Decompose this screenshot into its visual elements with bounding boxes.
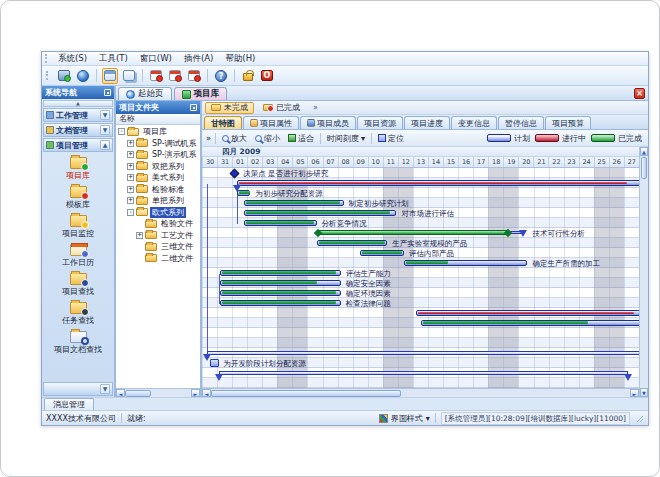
task-bar[interactable] bbox=[244, 210, 396, 216]
task-bar[interactable] bbox=[421, 320, 640, 326]
interface-style-button[interactable]: 界面样式 ▾ bbox=[379, 413, 430, 424]
chevron-down-icon[interactable]: ▼ bbox=[100, 110, 110, 120]
locate-button[interactable]: 定位 bbox=[376, 132, 406, 145]
sidebar-item-1[interactable]: 模板库 bbox=[42, 184, 114, 213]
tree-node-7[interactable]: -欧式系列 bbox=[116, 207, 200, 219]
task-bar[interactable] bbox=[220, 300, 341, 306]
tree-node-8[interactable]: 检验文件 bbox=[116, 218, 200, 230]
zoom-out-button[interactable]: 缩小 bbox=[253, 132, 282, 145]
chevron-up-icon[interactable]: ▲ bbox=[100, 140, 110, 150]
expander-icon[interactable]: + bbox=[127, 174, 134, 181]
summary-bar-plan[interactable] bbox=[207, 351, 639, 355]
sidebar-item-4[interactable]: 项目查找 bbox=[42, 271, 114, 300]
expander-icon[interactable]: + bbox=[127, 197, 134, 204]
zoom-in-button[interactable]: 放大 bbox=[220, 132, 249, 145]
tree-node-2[interactable]: +SP-演示机系 bbox=[116, 149, 200, 161]
close-document-button[interactable]: × bbox=[634, 88, 645, 99]
message-management-tab[interactable]: 消息管理 bbox=[44, 398, 94, 410]
menu-item-2[interactable]: 窗口(W) bbox=[134, 52, 178, 65]
globe-button[interactable] bbox=[75, 68, 91, 84]
task-bar[interactable] bbox=[220, 270, 341, 276]
summary-bar-done[interactable] bbox=[317, 230, 510, 235]
task-bar[interactable] bbox=[244, 220, 316, 226]
tree-node-5[interactable]: +检验标准 bbox=[116, 184, 200, 196]
sidebar-item-2[interactable]: 项目监控 bbox=[42, 213, 114, 242]
gantt-tab-0[interactable]: 甘特图 bbox=[204, 116, 242, 129]
menu-item-3[interactable]: 插件(A) bbox=[178, 52, 219, 65]
task-box[interactable] bbox=[210, 359, 219, 367]
scroll-down-icon[interactable]: ▼ bbox=[640, 388, 648, 397]
tree-node-4[interactable]: +美式系列 bbox=[116, 172, 200, 184]
sidebar-item-0[interactable]: 项目库 bbox=[42, 155, 114, 184]
sidebar-item-6[interactable]: 项目文档查找 bbox=[42, 329, 114, 358]
gantt-canvas[interactable]: 决策点 是否进行初步研究为初步研究分配资源制定初步研究计划对市场进行评估分析竞争… bbox=[202, 168, 639, 388]
chevron-down-icon[interactable]: ▼ bbox=[100, 125, 110, 135]
sidebar-item-5[interactable]: 任务查找 bbox=[42, 300, 114, 329]
expander-icon[interactable]: + bbox=[127, 140, 134, 147]
sidebar-section-2[interactable]: 项目管理▲ bbox=[43, 138, 113, 152]
task-bar[interactable] bbox=[244, 200, 343, 206]
task-bar[interactable] bbox=[237, 180, 639, 186]
gantt-tab-2[interactable]: 项目成员 bbox=[300, 116, 356, 129]
scrollbar-thumb[interactable] bbox=[125, 390, 151, 397]
fit-button[interactable]: 适合 bbox=[286, 132, 316, 145]
scroll-left-icon[interactable]: ◄ bbox=[202, 389, 211, 397]
menu-item-4[interactable]: 帮助(H) bbox=[219, 52, 261, 65]
calendar-1-button[interactable] bbox=[148, 68, 164, 84]
timescale-dropdown[interactable]: 时间刻度 ▾ bbox=[325, 132, 367, 145]
sidebar-scroll-up-button[interactable]: ▲ bbox=[43, 100, 113, 107]
gantt-tab-1[interactable]: 项目属性 bbox=[243, 116, 299, 129]
gantt-tab-5[interactable]: 变更信息 bbox=[451, 116, 497, 129]
scrollbar-thumb[interactable] bbox=[211, 390, 401, 397]
tree-horizontal-scrollbar[interactable]: ◄ ► bbox=[116, 388, 200, 397]
more-filters-button[interactable]: » bbox=[313, 103, 318, 112]
tree-node-10[interactable]: 三维文件 bbox=[116, 241, 200, 253]
task-bar[interactable] bbox=[404, 260, 528, 266]
lock-button[interactable] bbox=[240, 68, 256, 84]
tree-node-0[interactable]: -项目库 bbox=[116, 126, 200, 138]
task-bar[interactable] bbox=[360, 250, 404, 256]
screen-button[interactable] bbox=[56, 68, 72, 84]
sidebar-item-3[interactable]: 工作日历 bbox=[42, 242, 114, 271]
pin-icon[interactable] bbox=[190, 104, 197, 111]
tree-node-9[interactable]: +工艺文件 bbox=[116, 230, 200, 242]
scroll-right-icon[interactable]: ► bbox=[630, 389, 639, 397]
scroll-left-icon[interactable]: ◄ bbox=[116, 389, 125, 397]
menu-item-0[interactable]: 系统(S) bbox=[52, 52, 93, 65]
scrollbar-track[interactable] bbox=[151, 389, 191, 397]
resize-grip[interactable] bbox=[635, 414, 644, 423]
expander-icon[interactable]: + bbox=[127, 151, 134, 158]
gantt-tab-4[interactable]: 项目进度 bbox=[404, 116, 450, 129]
pin-icon[interactable] bbox=[104, 89, 111, 96]
help-button[interactable]: ? bbox=[213, 68, 229, 84]
window-button[interactable] bbox=[102, 68, 118, 84]
filter-incomplete-button[interactable]: 未完成 bbox=[205, 102, 254, 114]
expander-icon[interactable]: - bbox=[118, 128, 125, 135]
tab-start-page[interactable]: 起始页 bbox=[118, 87, 172, 100]
exit-button[interactable]: O bbox=[259, 68, 275, 84]
gantt-tab-6[interactable]: 暂停信息 bbox=[498, 116, 544, 129]
expander-icon[interactable]: - bbox=[127, 209, 134, 216]
scrollbar-thumb[interactable] bbox=[641, 157, 647, 179]
task-bar[interactable] bbox=[317, 240, 388, 246]
task-bar[interactable] bbox=[220, 280, 341, 286]
scrollbar-track[interactable] bbox=[640, 180, 648, 388]
scroll-right-icon[interactable]: ► bbox=[191, 389, 200, 397]
cascade-windows-button[interactable] bbox=[121, 68, 137, 84]
gantt-tab-7[interactable]: 项目预算 bbox=[545, 116, 591, 129]
sidebar-section-0[interactable]: 工作管理▼ bbox=[43, 108, 113, 122]
gantt-vertical-scrollbar[interactable]: ▲ ▼ bbox=[639, 147, 648, 397]
task-bar[interactable] bbox=[416, 310, 639, 316]
chevron-down-icon[interactable]: ▼ bbox=[100, 384, 110, 394]
gantt-horizontal-scrollbar[interactable]: ◄ ► bbox=[202, 388, 639, 397]
sidebar-section-more[interactable]: ▼ bbox=[43, 382, 113, 396]
summary-bar-plan[interactable] bbox=[219, 371, 629, 375]
sidebar-section-1[interactable]: 文档管理▼ bbox=[43, 123, 113, 137]
scrollbar-track[interactable] bbox=[401, 389, 630, 397]
tree-node-3[interactable]: +双把系列 bbox=[116, 161, 200, 173]
menu-item-1[interactable]: 工具(T) bbox=[93, 52, 134, 65]
tree-node-6[interactable]: +单把系列 bbox=[116, 195, 200, 207]
expander-icon[interactable]: + bbox=[136, 232, 143, 239]
expander-icon[interactable]: + bbox=[127, 186, 134, 193]
task-bar[interactable] bbox=[220, 290, 341, 296]
